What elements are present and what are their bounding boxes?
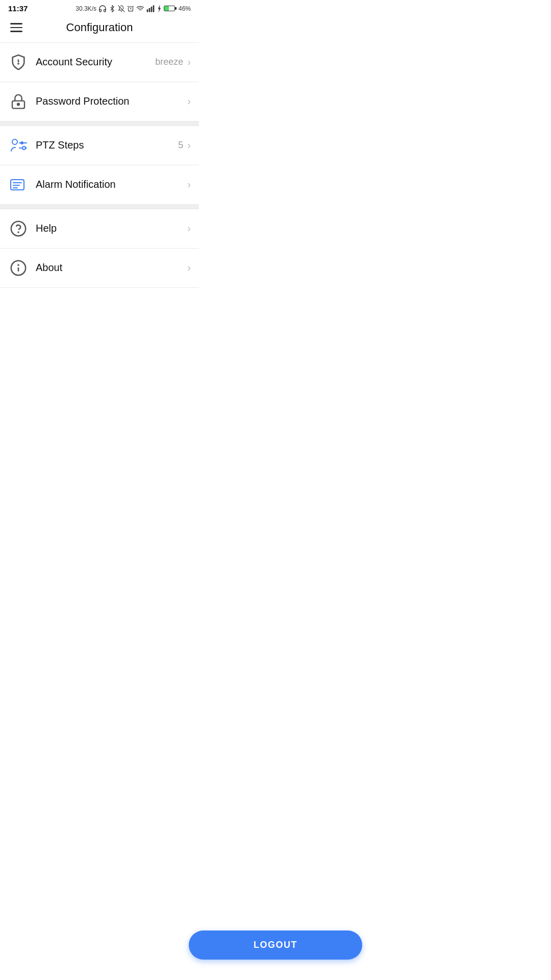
status-time: 11:37 xyxy=(8,4,28,13)
menu-button[interactable] xyxy=(8,21,24,34)
svg-point-9 xyxy=(18,63,18,64)
account-security-value: breeze xyxy=(155,57,183,67)
info-icon xyxy=(8,258,29,278)
headphone-icon xyxy=(98,5,107,13)
menu-line-1 xyxy=(10,23,22,24)
help-icon xyxy=(8,218,29,239)
help-item[interactable]: Help › xyxy=(0,209,199,248)
account-security-chevron: › xyxy=(187,56,191,68)
password-protection-label: Password Protection xyxy=(36,95,187,107)
svg-marker-7 xyxy=(158,5,161,13)
menu-line-2 xyxy=(10,27,22,29)
network-speed: 30.3K/s xyxy=(76,5,96,12)
ptz-steps-item[interactable]: PTZ Steps 5 › xyxy=(0,126,199,165)
charging-icon xyxy=(157,5,162,13)
about-chevron: › xyxy=(187,262,191,274)
ptz-steps-chevron: › xyxy=(187,139,191,151)
shield-icon xyxy=(8,52,29,72)
svg-rect-3 xyxy=(147,9,148,12)
password-protection-chevron: › xyxy=(187,95,191,107)
ptz-steps-label: PTZ Steps xyxy=(36,139,178,151)
about-label: About xyxy=(36,262,187,274)
account-security-item[interactable]: Account Security breeze › xyxy=(0,43,199,82)
svg-rect-4 xyxy=(149,8,151,12)
svg-point-21 xyxy=(11,221,26,235)
battery-icon xyxy=(164,6,177,11)
alarm-icon xyxy=(8,175,29,195)
mute-icon xyxy=(118,5,125,13)
alarm-notification-chevron: › xyxy=(187,179,191,190)
status-icons: 30.3K/s xyxy=(76,5,191,13)
alarm-notification-label: Alarm Notification xyxy=(36,179,187,190)
svg-line-0 xyxy=(118,5,125,12)
alarm-notification-item[interactable]: Alarm Notification › xyxy=(0,165,199,204)
section-divider-1 xyxy=(0,121,199,126)
alarm-clock-icon xyxy=(127,5,134,13)
svg-point-11 xyxy=(17,103,19,105)
lock-icon xyxy=(8,91,29,112)
svg-point-15 xyxy=(20,141,23,144)
menu-list: Account Security breeze › Password Prote… xyxy=(0,42,199,288)
svg-rect-5 xyxy=(151,7,153,12)
divider-8 xyxy=(0,287,199,288)
page-title: Configuration xyxy=(66,21,133,34)
svg-point-12 xyxy=(12,139,17,144)
help-label: Help xyxy=(36,223,187,234)
header: Configuration xyxy=(0,15,199,42)
about-item[interactable]: About › xyxy=(0,249,199,287)
wifi-icon xyxy=(136,5,144,13)
svg-rect-6 xyxy=(153,5,155,12)
bluetooth-icon xyxy=(109,5,116,13)
svg-point-16 xyxy=(22,146,26,150)
signal-icon xyxy=(146,5,155,12)
menu-line-3 xyxy=(10,31,22,32)
ptz-steps-value: 5 xyxy=(178,140,183,151)
battery-percent: 46% xyxy=(179,5,191,12)
password-protection-item[interactable]: Password Protection › xyxy=(0,82,199,121)
help-chevron: › xyxy=(187,223,191,234)
ptz-icon xyxy=(8,135,29,156)
status-bar: 11:37 30.3K/s xyxy=(0,0,199,15)
account-security-label: Account Security xyxy=(36,56,155,68)
section-divider-2 xyxy=(0,205,199,209)
